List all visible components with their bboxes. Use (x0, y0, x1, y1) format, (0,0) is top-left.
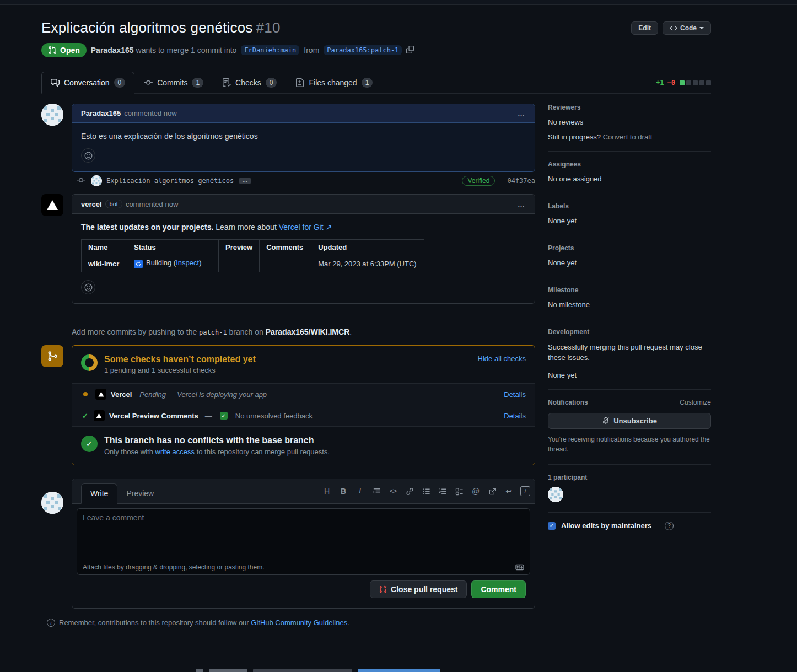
details-link[interactable]: Details (504, 412, 526, 420)
sidebar-reviewers[interactable]: Reviewers No reviews Still in progress? … (548, 104, 711, 152)
markdown-icon (515, 563, 524, 572)
sidebar-milestone[interactable]: Milestone No milestone (548, 286, 711, 319)
hide-all-checks-link[interactable]: Hide all checks (478, 354, 526, 363)
write-tab[interactable]: Write (81, 483, 117, 504)
merge-status-section: Some checks haven’t completed yet 1 pend… (41, 345, 535, 465)
heading-icon[interactable]: H (320, 484, 334, 498)
deployment-preview (219, 255, 260, 272)
attach-files-bar[interactable]: Attach files by dragging & dropping, sel… (77, 560, 530, 574)
help-icon[interactable]: ? (665, 522, 674, 530)
comment-body-text: Esto es una explicación de los algoritmo… (81, 132, 526, 141)
checks-status-subtitle: 1 pending and 1 successful checks (104, 366, 256, 374)
cross-reference-icon[interactable] (485, 484, 499, 498)
chevron-down-icon (699, 27, 704, 29)
reply-icon[interactable]: ↩ (502, 484, 516, 498)
repo-name[interactable]: Paradax165/WIKI.IMCR (266, 327, 350, 336)
vercel-check-avatar (95, 389, 106, 400)
push-note: Add more commits by pushing to the patch… (72, 327, 535, 336)
bot-badge: bot (105, 200, 122, 208)
comment-textarea[interactable]: Leave a comment (77, 509, 530, 560)
commit-sha[interactable]: 04f37ea (507, 177, 535, 185)
details-link[interactable]: Details (504, 390, 526, 399)
unsubscribe-button[interactable]: Unsubscribe (548, 413, 711, 429)
files-changed-count: 1 (362, 78, 373, 88)
allow-edits-row: ✓ Allow edits by maintainers ? (548, 522, 711, 530)
sidebar-labels[interactable]: Labels None yet (548, 202, 711, 235)
sidebar-assignees[interactable]: Assignees No one assigned (548, 160, 711, 193)
markdown-toolbar: H B I <> @ ↩ / (320, 484, 530, 503)
clipped-footer-row (196, 669, 440, 672)
preview-tab[interactable]: Preview (117, 484, 163, 503)
vercel-avatar[interactable] (41, 194, 63, 216)
vercel-intro: The latest updates on your projects. Lea… (81, 223, 526, 232)
allow-edits-checkbox[interactable]: ✓ (548, 522, 556, 530)
mention-icon[interactable]: @ (468, 484, 483, 498)
pending-dot-icon (83, 392, 88, 396)
numbered-list-icon[interactable] (435, 484, 450, 498)
deployment-updated: Mar 29, 2023 at 6:33PM (UTC) (311, 255, 424, 272)
guidelines-link[interactable]: GitHub Community Guidelines (251, 619, 347, 627)
comment-author[interactable]: vercel (81, 200, 102, 208)
close-pull-request-button[interactable]: Close pull request (370, 580, 467, 598)
inspect-link[interactable]: Inspect (176, 259, 199, 267)
code-button[interactable]: Code (663, 21, 711, 35)
base-branch-label[interactable]: ErDanieh:main (241, 45, 299, 55)
git-merge-icon (41, 345, 63, 367)
checks-icon (222, 78, 231, 87)
sidebar-notifications: Notifications Customize Unsubscribe You’… (548, 399, 711, 465)
bullet-list-icon[interactable] (419, 484, 433, 498)
pr-sidebar: Reviewers No reviews Still in progress? … (548, 104, 711, 627)
global-header-edge (0, 0, 797, 5)
deployment-status: Building (Inspect) (127, 255, 219, 272)
link-icon[interactable] (402, 484, 417, 498)
timeline-comment: Paradax165 commented now … Esto es una e… (41, 104, 535, 172)
pr-closed-icon (379, 585, 387, 593)
add-reaction-button[interactable] (81, 280, 95, 294)
pr-author[interactable]: Paradax165 (91, 46, 134, 55)
commit-icon (144, 78, 153, 87)
deployment-name: wiki-imcr (82, 255, 127, 272)
task-list-icon[interactable] (452, 484, 466, 498)
commit-message[interactable]: Explicación algoritmos genéticos (106, 177, 234, 185)
file-diff-icon (295, 78, 304, 87)
comment-button[interactable]: Comment (471, 580, 526, 598)
quote-icon[interactable] (369, 484, 384, 498)
tab-checks[interactable]: Checks 0 (213, 72, 286, 94)
avatar (41, 492, 63, 514)
code-icon[interactable]: <> (386, 484, 400, 498)
comment-author[interactable]: Paradax165 (81, 109, 121, 117)
slash-command-icon[interactable]: / (520, 486, 530, 496)
tab-files-changed[interactable]: Files changed 1 (286, 72, 382, 94)
kebab-menu-icon[interactable]: … (518, 109, 526, 117)
sidebar-development: Development Successfully merging this pu… (548, 328, 711, 390)
avatar[interactable] (41, 104, 63, 126)
checks-donut-icon (81, 354, 98, 371)
tab-commits[interactable]: Commits 1 (134, 72, 213, 94)
vercel-for-git-link[interactable]: Vercel for Git ↗ (279, 223, 332, 232)
info-icon: i (47, 619, 55, 627)
pr-tab-nav: Conversation 0 Commits 1 Checks 0 Files … (41, 72, 711, 94)
sidebar-projects[interactable]: Projects None yet (548, 244, 711, 277)
edit-button[interactable]: Edit (631, 21, 658, 35)
convert-to-draft-link[interactable]: Convert to draft (603, 133, 653, 141)
commit-author-avatar[interactable] (91, 175, 102, 186)
commits-count: 1 (192, 78, 203, 88)
success-check-icon: ✓ (82, 412, 88, 420)
checks-count: 0 (266, 78, 277, 88)
verified-badge[interactable]: Verified (462, 176, 495, 186)
conversation-count: 0 (114, 78, 126, 88)
copy-branch-icon[interactable] (406, 46, 414, 55)
commit-expand-button[interactable]: … (239, 178, 251, 184)
italic-icon[interactable]: I (353, 484, 367, 498)
add-reaction-button[interactable] (81, 148, 95, 163)
bold-icon[interactable]: B (336, 484, 351, 498)
tab-conversation[interactable]: Conversation 0 (41, 72, 134, 94)
comment-card: vercel bot commented now … The latest up… (72, 194, 535, 304)
kebab-menu-icon[interactable]: … (518, 200, 526, 208)
customize-link[interactable]: Customize (680, 399, 711, 406)
merge-ok-check-icon: ✓ (81, 436, 98, 452)
head-branch-label[interactable]: Paradax165:patch-1 (324, 45, 402, 55)
timeline-divider (41, 316, 535, 316)
participant-avatar[interactable] (548, 487, 563, 502)
write-access-link[interactable]: write access (155, 448, 195, 456)
